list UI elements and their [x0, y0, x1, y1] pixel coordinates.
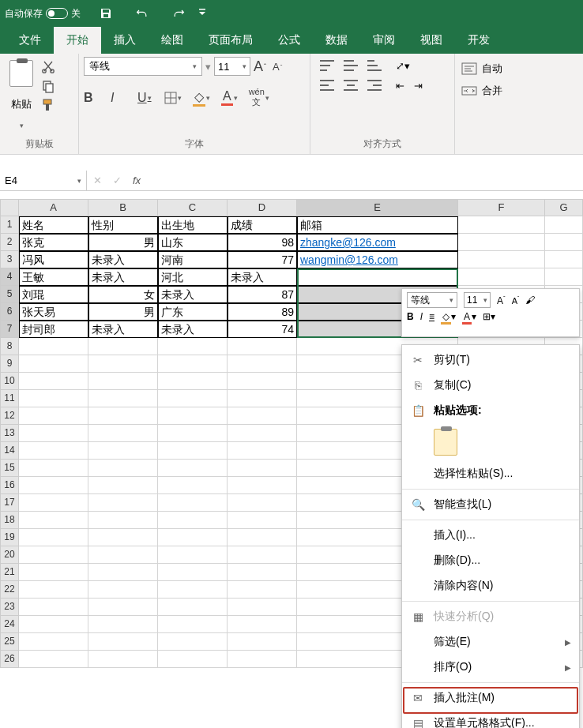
- borders-button[interactable]: ≡: [429, 311, 434, 322]
- cell[interactable]: [19, 529, 88, 546]
- row-header-6[interactable]: 6: [0, 303, 19, 321]
- bold-button[interactable]: B: [84, 91, 100, 105]
- cell[interactable]: 未录入: [88, 321, 158, 338]
- cell[interactable]: [158, 529, 228, 546]
- cell[interactable]: [228, 338, 297, 355]
- cell[interactable]: [88, 564, 158, 581]
- cell[interactable]: [19, 512, 88, 529]
- cell[interactable]: 张天易: [19, 303, 88, 321]
- cell[interactable]: [88, 616, 158, 633]
- menu-smart-lookup[interactable]: 🔍 智能查找(L): [402, 492, 579, 517]
- cell[interactable]: [228, 616, 297, 633]
- wrap-text-button[interactable]: 自动: [461, 62, 577, 76]
- cell[interactable]: [158, 616, 228, 633]
- row-header-26[interactable]: 26: [0, 651, 19, 668]
- row-header-9[interactable]: 9: [0, 355, 19, 373]
- row-header-14[interactable]: 14: [0, 442, 19, 460]
- enter-icon[interactable]: ✓: [113, 174, 122, 186]
- save-icon[interactable]: [100, 7, 112, 20]
- cell[interactable]: [545, 251, 583, 268]
- cell[interactable]: [88, 546, 158, 564]
- cell[interactable]: [88, 581, 158, 599]
- row-header-5[interactable]: 5: [0, 286, 19, 303]
- cell[interactable]: [228, 512, 297, 529]
- fill-color-button[interactable]: ◇▾: [193, 89, 210, 107]
- cell[interactable]: [88, 477, 158, 494]
- cell[interactable]: [19, 338, 88, 355]
- cell[interactable]: [158, 546, 228, 564]
- row-header-4[interactable]: 4: [0, 268, 19, 286]
- align-middle-icon[interactable]: [344, 60, 358, 71]
- mini-size-select[interactable]: 11▾: [464, 292, 491, 308]
- qat-dropdown-icon[interactable]: [196, 7, 209, 20]
- row-header-18[interactable]: 18: [0, 512, 19, 529]
- cell[interactable]: [88, 338, 158, 355]
- cell[interactable]: [88, 355, 158, 373]
- menu-filter[interactable]: 筛选(E) ▶: [402, 629, 579, 655]
- cell[interactable]: [228, 442, 297, 460]
- select-all-corner[interactable]: [0, 199, 19, 216]
- row-header-10[interactable]: 10: [0, 373, 19, 390]
- cell[interactable]: [19, 390, 88, 407]
- cell[interactable]: [158, 651, 228, 668]
- cell[interactable]: [228, 581, 297, 599]
- cell[interactable]: [158, 355, 228, 373]
- row-header-13[interactable]: 13: [0, 425, 19, 442]
- cell[interactable]: [228, 564, 297, 581]
- menu-insert-comment[interactable]: ✉ 插入批注(M): [402, 685, 579, 711]
- format-painter-icon[interactable]: [41, 98, 55, 112]
- row-header-1[interactable]: 1: [0, 216, 19, 234]
- cell[interactable]: [158, 564, 228, 581]
- row-header-20[interactable]: 20: [0, 546, 19, 564]
- cell[interactable]: [158, 442, 228, 460]
- cell[interactable]: [158, 581, 228, 599]
- row-header-17[interactable]: 17: [0, 494, 19, 512]
- decrease-indent-icon[interactable]: ⇤: [396, 80, 404, 92]
- cell[interactable]: [19, 546, 88, 564]
- tab-home[interactable]: 开始: [54, 27, 101, 54]
- tab-formulas[interactable]: 公式: [265, 27, 313, 54]
- row-header-15[interactable]: 15: [0, 460, 19, 477]
- cell[interactable]: [158, 407, 228, 425]
- cell[interactable]: 河北: [158, 268, 228, 286]
- cell[interactable]: [88, 460, 158, 477]
- cell[interactable]: 男: [88, 234, 158, 251]
- borders-button[interactable]: ⊞▾: [483, 311, 495, 322]
- col-header-F[interactable]: F: [458, 199, 545, 216]
- cell[interactable]: [458, 234, 545, 251]
- cell[interactable]: [19, 373, 88, 390]
- italic-button[interactable]: I: [420, 311, 423, 322]
- row-header-2[interactable]: 2: [0, 234, 19, 251]
- cell[interactable]: [88, 442, 158, 460]
- decrease-font-icon[interactable]: Aˇ: [512, 295, 520, 306]
- cell[interactable]: [19, 651, 88, 668]
- cell[interactable]: [19, 599, 88, 616]
- cell[interactable]: 山东: [158, 234, 228, 251]
- menu-clear-contents[interactable]: 清除内容(N): [402, 573, 579, 599]
- tab-page-layout[interactable]: 页面布局: [196, 27, 265, 54]
- cell[interactable]: [158, 494, 228, 512]
- cell[interactable]: [19, 355, 88, 373]
- cell[interactable]: [19, 477, 88, 494]
- cell[interactable]: [228, 651, 297, 668]
- format-painter-icon[interactable]: 🖌: [525, 295, 535, 306]
- menu-paste-special[interactable]: 选择性粘贴(S)...: [402, 461, 579, 486]
- row-header-12[interactable]: 12: [0, 407, 19, 425]
- font-size-select[interactable]: 11 ▾: [214, 57, 250, 76]
- cell[interactable]: 87: [228, 286, 297, 303]
- cell[interactable]: 未录入: [228, 268, 297, 286]
- cell[interactable]: [88, 512, 158, 529]
- cell[interactable]: 河南: [158, 251, 228, 268]
- col-header-C[interactable]: C: [158, 199, 228, 216]
- cell[interactable]: [228, 546, 297, 564]
- fx-icon[interactable]: fx: [133, 174, 141, 186]
- cell[interactable]: [228, 599, 297, 616]
- bold-button[interactable]: B: [407, 311, 414, 322]
- cell[interactable]: [458, 268, 545, 286]
- row-header-23[interactable]: 23: [0, 599, 19, 616]
- cell[interactable]: 封司郎: [19, 321, 88, 338]
- cell[interactable]: 74: [228, 321, 297, 338]
- tab-file[interactable]: 文件: [6, 27, 54, 54]
- cell[interactable]: [19, 633, 88, 651]
- cell[interactable]: [158, 512, 228, 529]
